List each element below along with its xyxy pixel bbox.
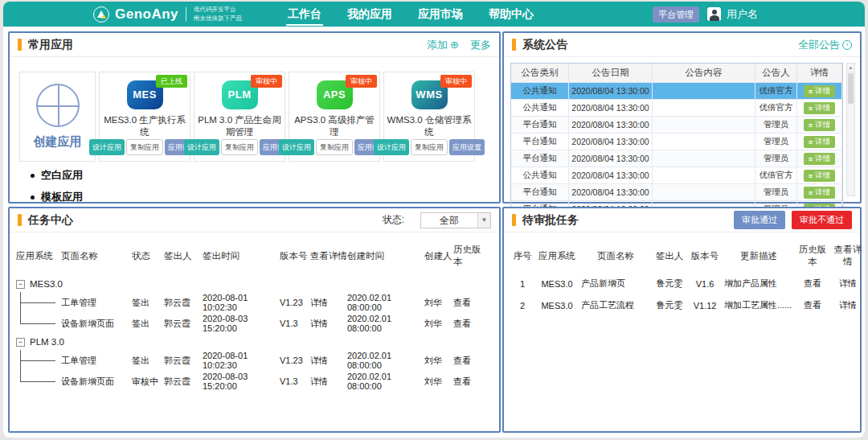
approval-history-link[interactable]: 查看: [795, 278, 830, 290]
copy-app-button[interactable]: 复制应用: [411, 139, 448, 155]
copy-app-button[interactable]: 复制应用: [126, 139, 163, 155]
app-card[interactable]: 审核中PLMPLM 3.0 产品生命周期管理设计应用复制应用应用设置: [194, 72, 285, 162]
announcement-row[interactable]: 公共通知2020/08/04 13:30:00优倍官方≡详情: [511, 167, 842, 183]
announcement-detail-button[interactable]: ≡详情: [804, 187, 836, 199]
task-history-link[interactable]: 查看: [453, 318, 487, 330]
announcements-scrollbar[interactable]: ▲: [846, 63, 855, 196]
task-center-panel: 任务中心 状态: 全部 ▼ 应用系统页面名称状态签出人签出时间版本号查看详情创建…: [8, 207, 501, 433]
common-apps-panel: 常用应用 添加 ⊕ 更多 创建应用 已上线MESMES3.0 生产执行系统设计应…: [8, 31, 501, 204]
app-type-item-1[interactable]: 空白应用: [31, 168, 83, 183]
approval-column-header: 序号: [510, 250, 534, 262]
approvals-title: 待审批任务: [522, 213, 579, 228]
user-menu[interactable]: 用户名: [707, 2, 758, 27]
logo[interactable]: GenoAny 低代码开发平台 南京优倍旗下产品: [93, 2, 242, 27]
approval-row[interactable]: 1MES3.0产品新增页鲁元雯V1.6增加产品属性查看详情: [510, 273, 860, 294]
announcement-date: 2020/08/04 13:30:00: [569, 134, 653, 150]
task-page-name[interactable]: 设备新增页面: [61, 318, 132, 330]
all-announcements-link[interactable]: 全部公告 ›: [798, 38, 852, 52]
announcement-column-header: 详情: [797, 64, 842, 82]
design-app-button[interactable]: 设计应用: [374, 139, 409, 155]
task-group-row[interactable]: −PLM 3.0: [16, 334, 499, 350]
app-card[interactable]: 审核中WMSWMS3.0 仓储管理系统设计应用复制应用应用设置: [383, 72, 475, 162]
task-row[interactable]: 工单管理签出郭云霞2020-08-01 10:02:30V1.23详情2020.…: [16, 292, 499, 313]
announcement-detail-button[interactable]: ≡详情: [804, 102, 836, 114]
scrollbar-thumb[interactable]: [848, 73, 854, 104]
announcement-column-header: 公告日期: [569, 64, 653, 82]
task-column-header: 签出人: [164, 250, 203, 262]
approval-row[interactable]: 2MES3.0产品工艺流程鲁元雯V1.12增加工艺属性......查看详情: [510, 294, 860, 316]
announcement-row[interactable]: 公共通知2020/08/04 13:30:00优倍官方≡详情: [511, 99, 842, 116]
more-apps-link[interactable]: 更多: [470, 38, 491, 52]
platform-admin-button[interactable]: 平台管理: [653, 6, 699, 23]
task-page-name[interactable]: 工单管理: [61, 297, 132, 309]
create-app-circle-plus-icon: [36, 84, 80, 127]
nav-item-my-apps[interactable]: 我的应用: [346, 2, 394, 27]
design-app-button[interactable]: 设计应用: [279, 139, 314, 155]
app-name: MES3.0 生产执行系统: [100, 114, 190, 139]
common-apps-title: 常用应用: [28, 38, 73, 52]
announcement-detail-button[interactable]: ≡详情: [804, 119, 836, 131]
nav-item-app-market[interactable]: 应用市场: [416, 2, 465, 27]
task-page-name[interactable]: 工单管理: [61, 355, 132, 367]
nav-item-help-center[interactable]: 帮助中心: [487, 2, 535, 27]
status-filter-select[interactable]: 全部 ▼: [420, 212, 491, 228]
common-apps-header: 常用应用 添加 ⊕ 更多: [10, 33, 499, 57]
app-card[interactable]: 审核中APSAPS3.0 高级排产管理设计应用复制应用应用设置: [289, 72, 380, 162]
announcement-content: [653, 150, 755, 167]
nav-item-workbench[interactable]: 工作台: [286, 2, 323, 27]
chevron-down-icon: ▼: [477, 213, 490, 228]
announcement-row[interactable]: 平台通知2020/08/04 13:30:00管理员≡详情: [511, 183, 842, 200]
task-detail-link[interactable]: 详情: [310, 297, 347, 309]
create-app-card[interactable]: 创建应用: [19, 72, 96, 162]
announcement-type: 公共通知: [511, 167, 569, 183]
reject-button[interactable]: 审批不通过: [792, 211, 852, 229]
announcement-author: 优倍官方: [755, 167, 797, 183]
announcement-detail-button[interactable]: ≡详情: [804, 153, 836, 165]
announcement-date: 2020/08/04 13:30:00: [569, 83, 653, 99]
task-detail-link[interactable]: 详情: [310, 355, 347, 367]
scroll-up-icon[interactable]: ▲: [847, 64, 854, 72]
approvals-table-body: 1MES3.0产品新增页鲁元雯V1.6增加产品属性查看详情2MES3.0产品工艺…: [504, 273, 860, 316]
task-version: V1.23: [280, 356, 310, 365]
task-row[interactable]: 设备新增页面签出郭云霞2020-08-03 15:20:00V1.3详情2020…: [16, 313, 499, 334]
task-column-header: 版本号: [280, 250, 310, 262]
announcement-row[interactable]: 平台通知2020/08/04 13:30:00管理员≡详情: [511, 150, 842, 167]
copy-app-button[interactable]: 复制应用: [221, 139, 258, 155]
approval-history-link[interactable]: 查看: [795, 299, 830, 311]
announcement-detail-button[interactable]: ≡详情: [804, 170, 836, 182]
task-history-link[interactable]: 查看: [453, 376, 487, 388]
task-column-header: 状态: [132, 250, 164, 262]
announcement-row[interactable]: 平台通知2020/08/04 13:30:00管理员≡详情: [511, 133, 842, 150]
task-row[interactable]: 工单管理签出郭云霞2020-08-01 10:02:30V1.23详情2020.…: [16, 350, 499, 371]
add-app-link[interactable]: 添加 ⊕: [427, 38, 459, 52]
announcement-type: 平台通知: [511, 117, 569, 133]
approve-button[interactable]: 审批通过: [734, 211, 785, 229]
collapse-icon[interactable]: −: [16, 280, 25, 289]
task-detail-link[interactable]: 详情: [310, 318, 347, 330]
approval-detail-link[interactable]: 详情: [830, 299, 865, 311]
task-row[interactable]: 设备新增页面审核中郭云霞2020-08-03 15:20:00V1.3详情202…: [16, 371, 499, 392]
announcement-author: 管理员: [755, 117, 797, 133]
task-page-name[interactable]: 设备新增页面: [61, 376, 132, 388]
copy-app-button[interactable]: 复制应用: [316, 139, 353, 155]
task-history-link[interactable]: 查看: [453, 297, 487, 309]
app-type-list: 空白应用模板应用: [31, 168, 83, 212]
approval-detail-link[interactable]: 详情: [830, 278, 865, 290]
app-card-actions: 设计应用复制应用应用设置: [374, 139, 485, 155]
announcement-detail-button[interactable]: ≡详情: [804, 85, 836, 97]
task-history-link[interactable]: 查看: [453, 355, 487, 367]
announcement-row[interactable]: 平台通知2020/08/04 13:30:00管理员≡详情: [511, 116, 842, 133]
task-detail-link[interactable]: 详情: [310, 376, 347, 388]
task-checkout-person: 郭云霞: [164, 297, 203, 309]
design-app-button[interactable]: 设计应用: [184, 139, 219, 155]
app-card[interactable]: 已上线MESMES3.0 生产执行系统设计应用复制应用应用设置: [99, 72, 190, 162]
app-type-item-2[interactable]: 模板应用: [31, 190, 83, 204]
collapse-icon[interactable]: −: [16, 338, 25, 347]
design-app-button[interactable]: 设计应用: [89, 139, 125, 155]
announcement-row[interactable]: 公共通知2020/08/04 13:30:00优倍官方≡详情: [511, 82, 842, 99]
approval-column-header: 页面名称: [579, 250, 652, 262]
announcement-detail-button[interactable]: ≡详情: [804, 136, 836, 148]
approval-version: V1.12: [687, 301, 723, 310]
task-group-row[interactable]: −MES3.0: [16, 276, 499, 292]
app-settings-button[interactable]: 应用设置: [449, 139, 485, 155]
